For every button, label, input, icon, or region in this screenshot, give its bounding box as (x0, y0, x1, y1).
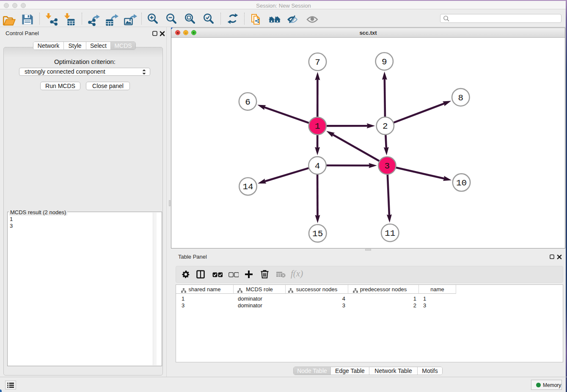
svg-text:8: 8 (458, 93, 463, 103)
svg-text:10: 10 (456, 178, 467, 188)
svg-text:6: 6 (245, 97, 250, 107)
svg-text:3: 3 (385, 161, 390, 171)
svg-text:2: 2 (383, 121, 388, 131)
svg-text:1: 1 (315, 121, 320, 131)
svg-text:14: 14 (242, 182, 253, 192)
svg-text:11: 11 (385, 229, 395, 238)
svg-text:9: 9 (382, 57, 387, 67)
svg-text:7: 7 (315, 58, 320, 67)
svg-text:15: 15 (312, 229, 323, 239)
svg-text:4: 4 (315, 161, 320, 171)
